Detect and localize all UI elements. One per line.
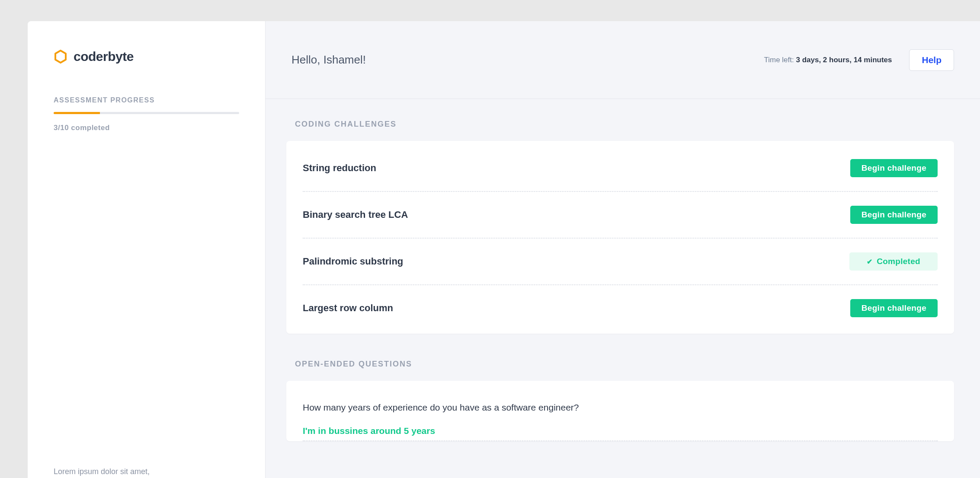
challenge-row: Palindromic substring ✔ Completed [303, 239, 938, 285]
completed-label: Completed [877, 257, 920, 266]
hexagon-icon [54, 50, 67, 64]
main-content: Hello, Ishamel! Time left: 3 days, 2 hou… [266, 21, 980, 478]
time-left-label: Time left: [764, 56, 796, 64]
svg-marker-0 [55, 51, 66, 63]
time-left-value: 3 days, 2 hours, 14 minutes [796, 56, 892, 64]
content-area: CODING CHALLENGES String reduction Begin… [266, 99, 980, 478]
logo[interactable]: coderbyte [54, 49, 239, 64]
check-icon: ✔ [867, 258, 872, 266]
challenge-name: Binary search tree LCA [303, 209, 408, 220]
help-button[interactable]: Help [909, 49, 954, 71]
progress-label: 3/10 completed [54, 124, 239, 132]
sidebar: coderbyte ASSESSMENT PROGRESS 3/10 compl… [28, 21, 266, 478]
questions-section-title: OPEN-ENDED QUESTIONS [286, 360, 954, 369]
challenge-row: String reduction Begin challenge [303, 145, 938, 192]
time-left: Time left: 3 days, 2 hours, 14 minutes [764, 56, 892, 64]
progress-section-title: ASSESSMENT PROGRESS [54, 96, 239, 104]
app-window: coderbyte ASSESSMENT PROGRESS 3/10 compl… [28, 21, 980, 478]
begin-challenge-button[interactable]: Begin challenge [850, 299, 938, 317]
progress-bar [54, 112, 239, 114]
begin-challenge-button[interactable]: Begin challenge [850, 159, 938, 177]
progress-bar-fill [54, 112, 100, 114]
challenge-name: Palindromic substring [303, 256, 403, 267]
challenge-name: String reduction [303, 163, 376, 174]
begin-challenge-button[interactable]: Begin challenge [850, 206, 938, 224]
logo-text: coderbyte [74, 49, 134, 64]
challenge-row: Largest row column Begin challenge [303, 285, 938, 334]
greeting-text: Hello, Ishamel! [291, 53, 366, 67]
challenge-name: Largest row column [303, 303, 393, 314]
challenges-section-title: CODING CHALLENGES [286, 120, 954, 129]
answer-text[interactable]: I'm in bussines around 5 years [303, 426, 938, 441]
question-text: How many years of experience do you have… [303, 402, 938, 413]
challenges-card: String reduction Begin challenge Binary … [286, 141, 954, 334]
completed-badge: ✔ Completed [849, 252, 938, 271]
sidebar-footer-text: Lorem ipsum dolor sit amet, [54, 465, 240, 478]
challenge-row: Binary search tree LCA Begin challenge [303, 192, 938, 239]
header: Hello, Ishamel! Time left: 3 days, 2 hou… [266, 21, 980, 99]
question-card: How many years of experience do you have… [286, 381, 954, 441]
